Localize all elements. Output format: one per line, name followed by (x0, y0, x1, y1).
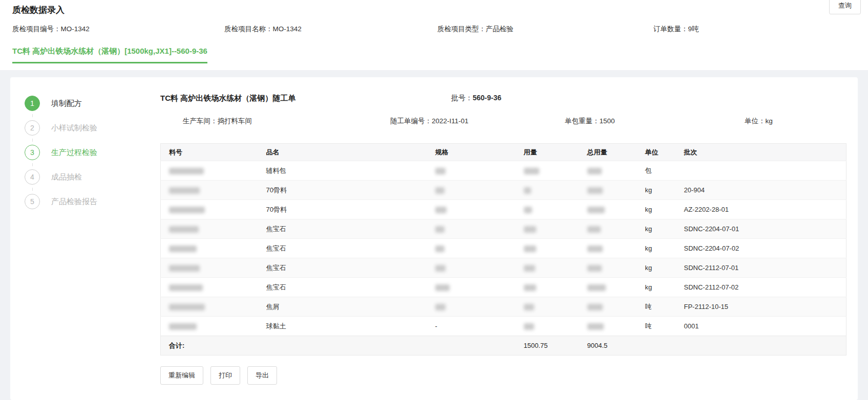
cell-usage (516, 239, 579, 258)
table-footer: 合计: 1500.75 9004.5 (161, 336, 846, 355)
cell-batch: SDNC-2204-07-01 (676, 219, 846, 239)
work-order-meta: 生产车间：捣打料车间 随工单编号：2022-I11-01 单包重量：1500 单… (160, 117, 846, 126)
step-circle: 1 (25, 96, 40, 111)
action-bar: 重新编辑 打印 导出 (160, 366, 846, 385)
redacted-value (169, 246, 197, 252)
redacted-value (524, 323, 534, 330)
cell-usage (516, 258, 579, 278)
cell-total (579, 200, 637, 219)
redacted-value (524, 246, 536, 252)
batch-label: 批号： (451, 94, 473, 102)
step-production-process-inspection[interactable]: 3 生产过程检验 (25, 145, 146, 160)
step-product-inspection-report[interactable]: 5 产品检验报告 (25, 194, 146, 209)
col-total-usage: 总用量 (579, 144, 637, 161)
cell-name: 焦宝石 (258, 278, 427, 297)
redacted-value (169, 284, 203, 291)
redacted-value (435, 304, 446, 310)
redacted-value (435, 187, 444, 194)
table-row: 焦屑吨FP-2112-10-15 (161, 297, 846, 317)
cell-spec (427, 258, 516, 278)
tab-work-order[interactable]: TC料 高炉出铁场水练材（湛钢）[1500kg,JX1]--560-9-36 (12, 47, 207, 63)
cell-spec (427, 161, 516, 181)
meta-value: 2022-I11-01 (432, 117, 469, 125)
cell-unit: kg (637, 219, 676, 239)
meta-value: 捣打料车间 (218, 117, 252, 125)
cell-material-no (161, 258, 258, 278)
stepper: 1 填制配方 2 小样试制检验 3 生产过程检验 4 成品抽检 5 产品检验报告 (10, 77, 146, 400)
redacted-value (435, 226, 444, 233)
cell-total (579, 278, 637, 297)
print-button[interactable]: 打印 (210, 366, 240, 385)
cell-spec (427, 219, 516, 239)
redacted-value (587, 265, 602, 272)
info-label: 质检项目名称： (224, 25, 273, 33)
col-material-no: 料号 (161, 144, 258, 161)
export-button[interactable]: 导出 (247, 366, 277, 385)
cell-total (579, 317, 637, 336)
project-info-row: 质检项目编号：MO-1342 质检项目名称：MO-1342 质检项目类型：产品检… (12, 25, 856, 34)
step-connector (32, 139, 33, 142)
step-connector (32, 163, 33, 166)
cell-material-no (161, 317, 258, 336)
redacted-value (435, 284, 450, 291)
query-button[interactable]: 查询 (829, 0, 861, 14)
cell-name: 70骨料 (258, 200, 427, 219)
cell-usage (516, 219, 579, 239)
step-sample-trial-inspection[interactable]: 2 小样试制检验 (25, 120, 146, 136)
cell-usage (516, 200, 579, 219)
cell-material-no (161, 297, 258, 317)
redacted-value (169, 226, 199, 233)
cell-total (579, 181, 637, 200)
cell-material-no (161, 219, 258, 239)
redacted-value (524, 168, 539, 174)
redacted-value (169, 168, 204, 174)
redacted-value (587, 226, 601, 233)
sum-empty (637, 336, 676, 355)
cell-spec (427, 239, 516, 258)
cell-batch: SDNC-2112-07-01 (676, 258, 846, 278)
cell-name: 70骨料 (258, 181, 427, 200)
re-edit-button[interactable]: 重新编辑 (160, 366, 203, 385)
col-batch: 批次 (676, 144, 846, 161)
step-finished-product-sampling[interactable]: 4 成品抽检 (25, 169, 146, 185)
table-header: 料号 品名 规格 用量 总用量 单位 批次 (161, 144, 846, 161)
redacted-value (524, 304, 534, 310)
redacted-value (524, 187, 531, 194)
redacted-value (587, 246, 603, 252)
cell-material-no (161, 278, 258, 297)
sum-total-usage: 9004.5 (579, 336, 637, 355)
table-row: 球黏土-吨0001 (161, 317, 846, 336)
tab-bar: TC料 高炉出铁场水练材（湛钢）[1500kg,JX1]--560-9-36 (12, 47, 856, 63)
redacted-value (587, 168, 602, 174)
cell-unit: kg (637, 258, 676, 278)
info-project-no: 质检项目编号：MO-1342 (12, 25, 224, 34)
meta-value: 1500 (600, 117, 615, 125)
cell-unit: kg (637, 239, 676, 258)
info-project-type: 质检项目类型：产品检验 (437, 25, 653, 34)
meta-label: 随工单编号： (390, 117, 432, 125)
info-value: 9吨 (688, 25, 699, 33)
cell-name: 焦宝石 (258, 258, 427, 278)
cell-spec (427, 200, 516, 219)
info-label: 质检项目类型： (437, 25, 486, 33)
info-order-qty: 订单数量：9吨 (653, 25, 856, 34)
col-name: 品名 (258, 144, 427, 161)
step-label: 产品检验报告 (51, 197, 97, 207)
cell-name: 球黏土 (258, 317, 427, 336)
cell-batch: SDNC-2112-07-02 (676, 278, 846, 297)
cell-total (579, 219, 637, 239)
table-row: 70骨料kg20-904 (161, 181, 846, 200)
info-value: 产品检验 (486, 25, 514, 33)
step-label: 填制配方 (51, 99, 82, 108)
step-fill-recipe[interactable]: 1 填制配方 (25, 96, 146, 111)
cell-unit: kg (637, 200, 676, 219)
col-spec: 规格 (427, 144, 516, 161)
cell-name: 焦屑 (258, 297, 427, 317)
info-label: 订单数量： (653, 25, 688, 33)
redacted-value (169, 304, 205, 310)
redacted-value (587, 284, 606, 291)
page-title: 质检数据录入 (12, 4, 856, 16)
page-header: 质检数据录入 查询 质检项目编号：MO-1342 质检项目名称：MO-1342 … (0, 0, 868, 70)
info-label: 质检项目编号： (12, 25, 61, 33)
cell-name: 辅料包 (258, 161, 427, 181)
